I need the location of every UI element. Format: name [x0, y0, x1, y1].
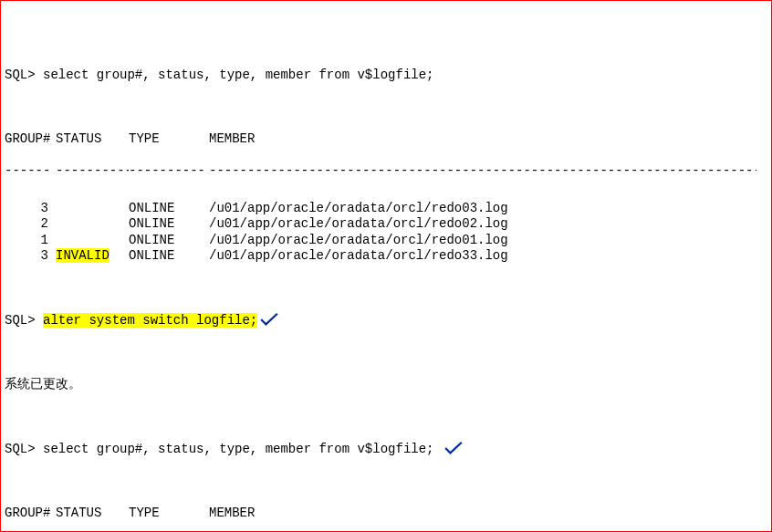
- sql-command: select group#, status, type, member from…: [43, 442, 433, 456]
- cell-status: INVALID: [48, 248, 129, 265]
- cell-member: /u01/app/oracle/oradata/orcl/redo02.log: [209, 216, 508, 233]
- table-row: 3INVALIDONLINE/u01/app/oracle/oradata/or…: [5, 248, 767, 265]
- sql-prompt: SQL>: [5, 313, 36, 328]
- table-row: 1ONLINE/u01/app/oracle/oradata/orcl/redo…: [5, 233, 767, 249]
- col-header-group: GROUP#: [5, 131, 48, 148]
- cell-member: /u01/app/oracle/oradata/orcl/redo01.log: [209, 233, 508, 249]
- check-icon: [259, 312, 279, 329]
- sql-line: SQL> select group#, status, type, member…: [5, 441, 767, 458]
- check-icon: [443, 441, 464, 458]
- cell-type: ONLINE: [129, 233, 209, 249]
- cell-group: 2: [5, 216, 48, 233]
- sql-command: select group#, status, type, member from…: [43, 68, 433, 82]
- cell-member: /u01/app/oracle/oradata/orcl/redo03.log: [209, 201, 508, 217]
- col-header-type: TYPE: [129, 131, 209, 148]
- cell-group: 3: [5, 201, 48, 217]
- cell-member: /u01/app/oracle/oradata/orcl/redo33.log: [209, 248, 508, 265]
- table-header-row: GROUP#STATUSTYPEMEMBER: [5, 131, 767, 148]
- sql-line: SQL> alter system switch logfile;: [5, 312, 767, 329]
- col-header-status: STATUS: [48, 131, 129, 148]
- cell-type: ONLINE: [129, 216, 209, 233]
- cell-type: ONLINE: [129, 201, 209, 217]
- table-divider-row: ----------------------------------------…: [5, 163, 767, 184]
- sql-prompt: SQL>: [5, 68, 36, 82]
- cell-group: 1: [5, 233, 48, 249]
- col-header-member: MEMBER: [209, 131, 255, 148]
- cell-group: 3: [5, 248, 48, 265]
- sql-command-highlighted: alter system switch logfile;: [43, 313, 257, 328]
- system-message: 系统已更改。: [5, 377, 767, 393]
- cell-type: ONLINE: [129, 248, 209, 265]
- sql-prompt: SQL>: [5, 442, 36, 456]
- result-table-1: 3ONLINE/u01/app/oracle/oradata/orcl/redo…: [5, 201, 767, 265]
- table-row: 3ONLINE/u01/app/oracle/oradata/orcl/redo…: [5, 201, 767, 217]
- sql-line: SQL> select group#, status, type, member…: [5, 68, 767, 84]
- table-row: 2ONLINE/u01/app/oracle/oradata/orcl/redo…: [5, 216, 767, 233]
- table-header-row: GROUP#STATUSTYPEMEMBER: [5, 506, 767, 522]
